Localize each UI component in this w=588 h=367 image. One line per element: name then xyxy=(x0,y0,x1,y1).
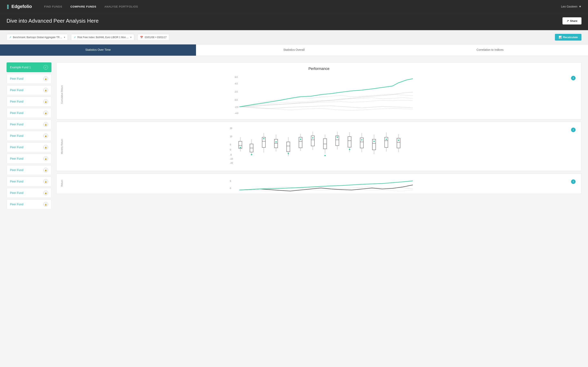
fund-item-active[interactable]: Example Fund 1 ✓ xyxy=(7,62,52,72)
svg-text:2.0: 2.0 xyxy=(235,91,238,93)
fund-item-6[interactable]: Peer Fund 🔒 xyxy=(7,131,52,141)
logo-text: Edgefolio xyxy=(11,4,32,9)
risk-free-icon: ↗ xyxy=(74,36,76,39)
svg-point-52 xyxy=(324,155,326,156)
fund-lock-icon-5: 🔒 xyxy=(43,122,48,127)
svg-text:4.0: 4.0 xyxy=(235,83,238,85)
nav-analyse-portfolios[interactable]: ANALYSE PORTFOLIOS xyxy=(104,5,138,8)
peer-fund-label-2: Peer Fund xyxy=(10,89,23,92)
monthly-return-chart-section: Monthly Return i 20 10 5 0 -5 -10 -15 xyxy=(56,122,581,171)
svg-rect-34 xyxy=(287,142,290,152)
recalculate-button[interactable]: 📊 Recalculate xyxy=(555,34,581,41)
monthly-return-info-badge[interactable]: i xyxy=(571,128,576,132)
svg-text:-4.0: -4.0 xyxy=(235,112,238,114)
share-button[interactable]: ↗ Share xyxy=(562,17,581,25)
third-chart-info-badge[interactable]: i xyxy=(571,179,576,184)
fund-item-8[interactable]: Peer Fund 🔒 xyxy=(7,154,52,164)
svg-text:-2.0: -2.0 xyxy=(235,106,238,108)
performance-y-axis-label: Cumulative Return xyxy=(61,85,63,104)
risk-free-filter[interactable]: ↗ Risk Free Index: BofAML Euro LIBOR 1 M… xyxy=(71,34,134,41)
svg-point-62 xyxy=(349,149,350,150)
peer-fund-label-3: Peer Fund xyxy=(10,100,23,103)
page-header: Dive into Advanced Peer Analysis Here ↗ … xyxy=(0,13,588,30)
svg-text:5: 5 xyxy=(230,143,231,146)
benchmark-caret-icon: ▾ xyxy=(64,36,65,39)
svg-point-77 xyxy=(386,139,387,140)
recalculate-label: Recalculate xyxy=(563,36,578,39)
benchmark-icon: ↗ xyxy=(9,36,11,39)
fund-list: Example Fund 1 ✓ Peer Fund 🔒 Peer Fund 🔒… xyxy=(7,62,52,367)
tab-statistics-overall[interactable]: Statistics Overall xyxy=(196,44,392,56)
tab-bar: Statistics Over Time Statistics Overall … xyxy=(0,44,588,56)
svg-point-22 xyxy=(251,154,252,155)
nav-find-funds[interactable]: FIND FUNDS xyxy=(44,5,62,8)
performance-info-badge[interactable]: i xyxy=(571,76,576,80)
svg-point-57 xyxy=(337,137,338,138)
nav-links: FIND FUNDS COMPARE FUNDS ANALYSE PORTFOL… xyxy=(44,5,561,8)
svg-point-37 xyxy=(288,153,289,154)
svg-text:0.0: 0.0 xyxy=(235,99,238,101)
fund-lock-icon-11: 🔒 xyxy=(43,191,48,195)
risk-free-caret-icon: ▾ xyxy=(130,36,131,39)
fund-item-9[interactable]: Peer Fund 🔒 xyxy=(7,165,52,175)
svg-point-82 xyxy=(398,140,399,141)
peer-fund-label-4: Peer Fund xyxy=(10,111,23,115)
fund-item-7[interactable]: Peer Fund 🔒 xyxy=(7,142,52,152)
fund-item-2[interactable]: Peer Fund 🔒 xyxy=(7,85,52,95)
svg-point-47 xyxy=(312,137,313,138)
date-range-filter[interactable]: 📅 03/01/08 > 03/01/17 xyxy=(138,34,169,41)
svg-point-72 xyxy=(373,141,375,142)
fund-item-12[interactable]: Peer Fund 🔒 xyxy=(7,200,52,209)
peer-fund-label-1: Peer Fund xyxy=(10,77,23,80)
recalculate-icon: 📊 xyxy=(559,36,562,39)
fund-item-10[interactable]: Peer Fund 🔒 xyxy=(7,176,52,186)
benchmark-filter[interactable]: ↗ Benchmark: Barlcays Global Aggregate T… xyxy=(7,34,68,41)
monthly-return-chart-svg: 20 10 5 0 -5 -10 -15 xyxy=(65,126,577,167)
fund-lock-icon-7: 🔒 xyxy=(43,145,48,150)
tab-correlation-to-indices[interactable]: Correlation to Indices xyxy=(392,44,588,56)
navigation: ⫿ Edgefolio FIND FUNDS COMPARE FUNDS ANA… xyxy=(0,0,588,13)
performance-chart-svg: 6.0 4.0 2.0 0.0 -2.0 -4.0 xyxy=(65,74,577,115)
peer-fund-label-11: Peer Fund xyxy=(10,191,23,194)
third-chart-section: Return i 5 0 xyxy=(56,174,581,194)
tab-statistics-over-time[interactable]: Statistics Over Time xyxy=(0,44,196,56)
fund-lock-icon-2: 🔒 xyxy=(43,88,48,92)
svg-point-27 xyxy=(263,138,264,139)
svg-point-32 xyxy=(276,141,277,142)
performance-chart-title: Performance xyxy=(61,67,577,71)
third-chart-svg: 5 0 xyxy=(65,178,577,194)
filters-bar: ↗ Benchmark: Barlcays Global Aggregate T… xyxy=(0,30,588,44)
user-name: Leo Gasteen xyxy=(561,5,577,8)
logo-icon: ⫿ xyxy=(7,3,9,10)
svg-text:0: 0 xyxy=(230,187,231,189)
monthly-return-y-axis-label: Monthly Return xyxy=(61,139,63,154)
main-content: Example Fund 1 ✓ Peer Fund 🔒 Peer Fund 🔒… xyxy=(0,56,588,367)
peer-fund-label-7: Peer Fund xyxy=(10,146,23,149)
fund-item-11[interactable]: Peer Fund 🔒 xyxy=(7,188,52,198)
share-label: Share xyxy=(570,19,577,22)
date-range-value: 03/01/08 > 03/01/17 xyxy=(145,36,167,39)
peer-fund-label-9: Peer Fund xyxy=(10,168,23,172)
svg-text:5: 5 xyxy=(230,180,231,182)
user-caret-icon: ▼ xyxy=(579,5,581,8)
peer-fund-label-5: Peer Fund xyxy=(10,123,23,126)
fund-item-5[interactable]: Peer Fund 🔒 xyxy=(7,119,52,129)
calendar-icon: 📅 xyxy=(140,36,143,39)
svg-text:0: 0 xyxy=(230,149,231,151)
risk-free-label: Risk Free Index: BofAML Euro LIBOR 1 Mon… xyxy=(77,36,129,39)
logo: ⫿ Edgefolio xyxy=(7,3,32,10)
fund-lock-icon-9: 🔒 xyxy=(43,168,48,172)
user-menu[interactable]: Leo Gasteen ▼ xyxy=(561,5,581,8)
benchmark-label: Benchmark: Barlcays Global Aggregate TR … xyxy=(13,36,62,39)
fund-item-3[interactable]: Peer Fund 🔒 xyxy=(7,97,52,106)
third-chart-y-axis-label: Return xyxy=(61,180,63,187)
fund-item-4[interactable]: Peer Fund 🔒 xyxy=(7,108,52,118)
peer-fund-label-12: Peer Fund xyxy=(10,203,23,206)
nav-compare-funds[interactable]: COMPARE FUNDS xyxy=(70,5,96,8)
fund-check-icon: ✓ xyxy=(43,65,48,69)
chart-area: Performance Cumulative Return i 6.0 4.0 … xyxy=(56,62,581,367)
fund-lock-icon-8: 🔒 xyxy=(43,156,48,161)
active-fund-name: Example Fund 1 xyxy=(10,66,31,69)
fund-item-1[interactable]: Peer Fund 🔒 xyxy=(7,74,52,83)
peer-fund-label-6: Peer Fund xyxy=(10,134,23,137)
